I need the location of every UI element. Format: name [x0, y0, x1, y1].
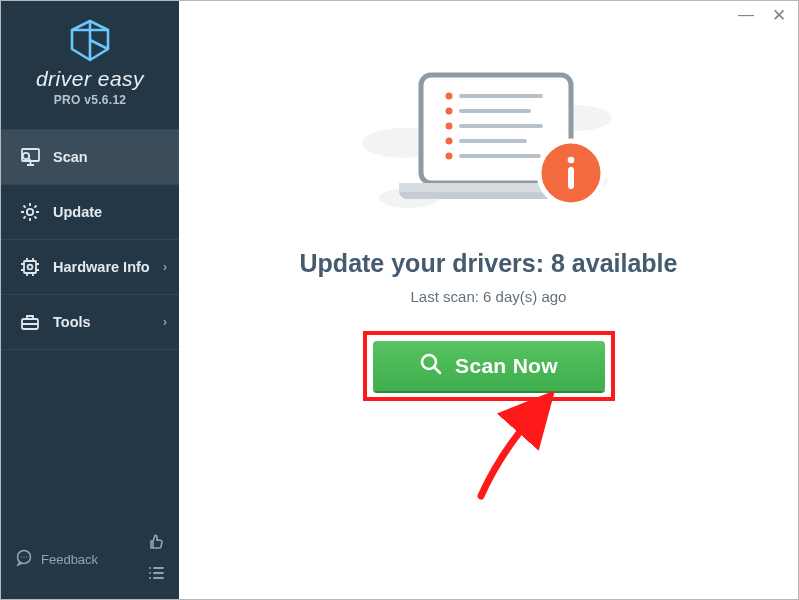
chat-icon — [15, 549, 33, 570]
logo-icon — [1, 19, 179, 63]
svg-rect-3 — [24, 261, 36, 273]
svg-point-12 — [149, 577, 151, 579]
sidebar-item-hardware-info[interactable]: Hardware Info › — [1, 240, 179, 295]
scan-now-label: Scan Now — [455, 354, 558, 378]
sidebar-footer: Feedback — [1, 523, 179, 599]
gear-icon — [19, 201, 41, 223]
window-controls: — ✕ — [726, 1, 798, 29]
svg-point-4 — [28, 265, 33, 270]
scan-now-button[interactable]: Scan Now — [373, 341, 605, 391]
svg-point-10 — [149, 567, 151, 569]
footer-icons — [147, 533, 165, 585]
monitor-search-icon — [19, 146, 41, 168]
main-panel: Update your drivers: 8 available Last sc… — [179, 1, 798, 599]
svg-point-26 — [445, 108, 452, 115]
brand-name: driver easy — [1, 67, 179, 91]
svg-point-25 — [445, 93, 452, 100]
svg-point-29 — [445, 153, 452, 160]
svg-point-27 — [445, 123, 452, 130]
app-window: — ✕ driver easy PRO v5.6.12 — [0, 0, 799, 600]
chip-icon — [19, 256, 41, 278]
close-button[interactable]: ✕ — [772, 7, 786, 24]
toolbox-icon — [19, 311, 41, 333]
magnifier-icon — [419, 352, 443, 381]
page-headline: Update your drivers: 8 available — [300, 249, 678, 278]
svg-point-9 — [26, 556, 27, 557]
feedback-label: Feedback — [41, 552, 98, 567]
brand-block: driver easy PRO v5.6.12 — [1, 1, 179, 115]
feedback-button[interactable]: Feedback — [15, 549, 98, 570]
svg-point-2 — [27, 209, 33, 215]
sidebar-item-update[interactable]: Update — [1, 185, 179, 240]
brand-version: PRO v5.6.12 — [1, 93, 179, 107]
thumbs-up-icon[interactable] — [147, 533, 165, 555]
svg-point-28 — [445, 138, 452, 145]
chevron-right-icon: › — [163, 260, 167, 274]
sidebar-nav: Scan Update — [1, 129, 179, 350]
sidebar-item-label: Tools — [53, 314, 91, 330]
sidebar: driver easy PRO v5.6.12 Scan — [1, 1, 179, 599]
chevron-right-icon: › — [163, 315, 167, 329]
list-icon[interactable] — [147, 565, 165, 585]
svg-point-7 — [21, 556, 22, 557]
svg-rect-32 — [568, 167, 574, 189]
minimize-button[interactable]: — — [738, 7, 754, 23]
sidebar-item-tools[interactable]: Tools › — [1, 295, 179, 350]
sidebar-item-label: Hardware Info — [53, 259, 150, 275]
svg-point-31 — [567, 157, 574, 164]
sidebar-item-label: Scan — [53, 149, 88, 165]
svg-point-8 — [23, 556, 24, 557]
last-scan-text: Last scan: 6 day(s) ago — [411, 288, 567, 305]
highlight-box: Scan Now — [363, 331, 615, 401]
sidebar-item-scan[interactable]: Scan — [1, 129, 179, 185]
svg-point-11 — [149, 572, 151, 574]
svg-line-34 — [434, 367, 440, 373]
sidebar-item-label: Update — [53, 204, 102, 220]
laptop-illustration — [349, 63, 629, 231]
